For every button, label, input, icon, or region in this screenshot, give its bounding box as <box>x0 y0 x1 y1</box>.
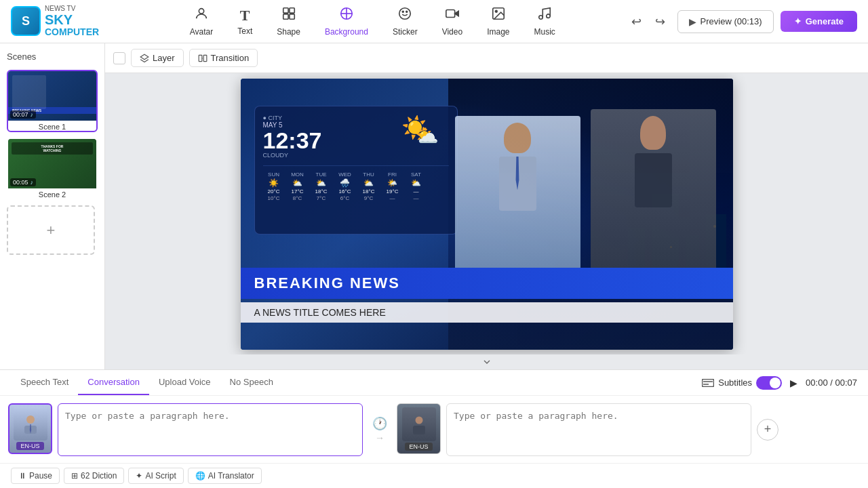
tool-avatar[interactable]: Avatar <box>178 1 225 42</box>
toolbar-right: ↩ ↪ ▶ Preview (00:13) ✦ Generate <box>626 10 857 33</box>
toolbar: Avatar T Text Shape Background Sticker <box>119 1 626 42</box>
scene-2-thumb[interactable]: THANKS FORWATCHING 00:05 ♪ Scene 2 <box>7 138 98 200</box>
tab-speech-text[interactable]: Speech Text <box>11 370 78 395</box>
svg-point-10 <box>406 11 408 12</box>
scene-1-time: 00:07 <box>13 111 28 118</box>
svg-rect-4 <box>289 14 294 19</box>
pause-label: Pause <box>29 471 52 481</box>
tool-image[interactable]: Image <box>475 1 521 42</box>
undo-button[interactable]: ↩ <box>626 10 647 33</box>
add-scene-button[interactable]: + <box>7 205 95 255</box>
sidebar: Scenes BREAKING NEWS 00:07 ♪ Scene 1 <box>0 43 105 369</box>
tool-video[interactable]: Video <box>430 1 475 42</box>
tool-music[interactable]: Music <box>522 1 568 42</box>
generate-button[interactable]: ✦ Generate <box>781 11 857 32</box>
tool-shape[interactable]: Shape <box>264 1 313 42</box>
tab-conversation-label: Conversation <box>87 377 140 387</box>
pause-button[interactable]: ⏸ Pause <box>11 468 60 484</box>
breaking-news-bar: BREAKING NEWS <box>241 268 733 299</box>
diction-icon: ⊞ <box>71 471 78 481</box>
tab-no-speech[interactable]: No Speech <box>220 370 283 395</box>
avatar-icon <box>194 6 209 25</box>
canvas-frame[interactable]: ● CITY MAY 5 12:37 CLOUDY ☀️ ⛅ <box>241 79 733 350</box>
conv-text-box-1[interactable] <box>58 403 363 456</box>
transition-button[interactable]: Transition <box>189 49 258 67</box>
add-conversation-button[interactable]: + <box>757 419 778 441</box>
generate-icon: ✦ <box>794 16 802 26</box>
cloud-icon: ⛅ <box>415 125 439 147</box>
svg-rect-1 <box>283 8 288 13</box>
tool-video-label: Video <box>442 27 462 37</box>
pause-icon: ⏸ <box>18 471 26 481</box>
tab-upload-voice-label: Upload Voice <box>159 377 211 387</box>
subtitles-switch[interactable] <box>756 376 782 390</box>
layer-button[interactable]: Layer <box>131 49 184 67</box>
tool-background[interactable]: Background <box>313 1 380 42</box>
bottom-panel: Speech Text Conversation Upload Voice No… <box>0 369 868 488</box>
toggle-knob <box>770 378 781 388</box>
conv-avatar-2[interactable]: EN-US <box>397 403 441 454</box>
ai-translator-label: AI Translator <box>208 471 254 481</box>
tab-speech-text-label: Speech Text <box>20 377 68 387</box>
tool-image-label: Image <box>487 27 509 37</box>
svg-rect-28 <box>413 426 425 434</box>
svg-point-16 <box>547 14 551 18</box>
add-conv-icon: + <box>764 422 772 436</box>
logo-computer: COMPUTER <box>45 27 99 37</box>
main-content: Scenes BREAKING NEWS 00:07 ♪ Scene 1 <box>0 43 868 369</box>
video-icon <box>445 6 460 25</box>
weather-day-thu: THU ⛅ 18°C 9°C <box>358 171 380 201</box>
topbar: S NEWS TV SKY COMPUTER Avatar T Text Sha… <box>0 0 868 43</box>
tab-no-speech-label: No Speech <box>230 377 273 387</box>
generate-label: Generate <box>806 16 844 26</box>
tool-shape-label: Shape <box>277 27 300 37</box>
ai-script-label: AI Script <box>145 471 176 481</box>
text-icon: T <box>240 7 250 24</box>
conv-text-box-2[interactable] <box>446 403 751 456</box>
svg-point-27 <box>415 416 422 424</box>
subtitles-icon <box>702 379 714 387</box>
svg-point-14 <box>495 10 497 12</box>
music-icon <box>537 6 552 25</box>
canvas-toolbar: Layer Transition <box>105 43 868 73</box>
svg-point-0 <box>199 9 203 14</box>
tool-text[interactable]: T Text <box>225 1 264 41</box>
select-all-checkbox[interactable] <box>113 52 125 64</box>
preview-play-icon: ▶ <box>689 16 696 27</box>
tool-music-label: Music <box>534 27 555 37</box>
arrow-right-icon: → <box>375 432 384 443</box>
subtitles-label: Subtitles <box>718 378 752 388</box>
tab-conversation[interactable]: Conversation <box>78 370 149 395</box>
redo-button[interactable]: ↪ <box>650 10 671 33</box>
preview-button[interactable]: ▶ Preview (00:13) <box>677 10 774 33</box>
time-play-button[interactable]: ▶ <box>790 378 797 388</box>
clock-icon: 🕐 <box>372 416 387 431</box>
diction-button[interactable]: ⊞ 62 Diction <box>64 468 124 484</box>
tool-sticker-label: Sticker <box>393 27 418 37</box>
scene-1-badge: 00:07 ♪ <box>10 110 36 119</box>
speech-tab-right: Subtitles ▶ 00:00 / 00:07 <box>702 376 857 390</box>
svg-marker-17 <box>140 54 149 60</box>
conv-avatar-1[interactable]: EN-US <box>8 403 52 454</box>
canvas-wrapper: ● CITY MAY 5 12:37 CLOUDY ☀️ ⛅ <box>105 73 868 354</box>
ai-script-icon: ✦ <box>136 471 142 481</box>
weather-widget: ● CITY MAY 5 12:37 CLOUDY ☀️ ⛅ <box>254 106 458 235</box>
tool-sticker[interactable]: Sticker <box>380 1 430 42</box>
collapse-button[interactable] <box>105 354 868 369</box>
image-icon <box>491 6 506 25</box>
tab-upload-voice[interactable]: Upload Voice <box>149 370 220 395</box>
scene-1-image: BREAKING NEWS 00:07 ♪ <box>8 71 96 121</box>
svg-marker-12 <box>455 11 459 16</box>
svg-rect-2 <box>289 8 294 13</box>
scene-1-thumb[interactable]: BREAKING NEWS 00:07 ♪ Scene 1 <box>7 70 98 132</box>
ai-translator-button[interactable]: 🌐 AI Translator <box>188 468 262 484</box>
canvas-area: Layer Transition <box>105 43 868 369</box>
weather-day-sat: SAT ⛅ — — <box>406 171 427 201</box>
logo-sky: SKY <box>45 12 99 27</box>
svg-rect-11 <box>446 10 455 18</box>
conv-avatar-2-label: EN-US <box>405 443 432 451</box>
diction-label: 62 Diction <box>81 471 117 481</box>
weather-city: ● CITY <box>263 115 322 121</box>
ai-script-button[interactable]: ✦ AI Script <box>128 468 183 484</box>
scene-1-music-icon: ♪ <box>31 111 34 118</box>
